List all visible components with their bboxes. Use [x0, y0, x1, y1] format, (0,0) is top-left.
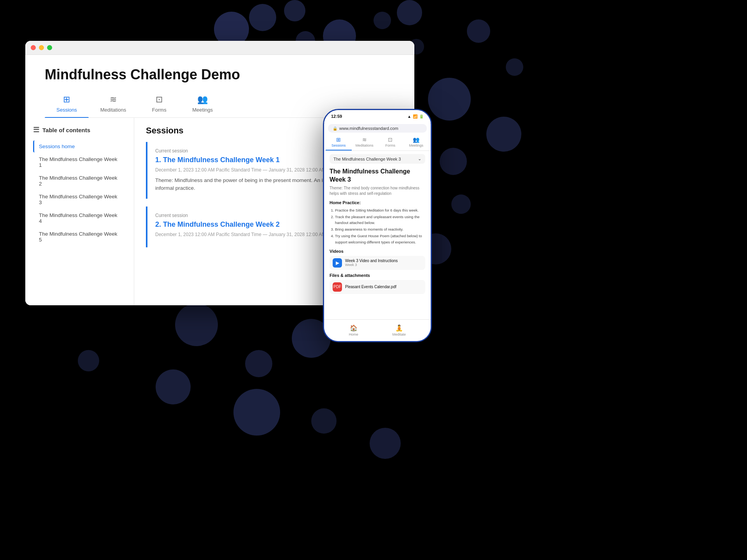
- meditate-icon: 🧘: [395, 324, 403, 332]
- sidebar-item-week2[interactable]: The Mindfulness Challenge Week 2: [33, 172, 126, 190]
- bg-circle: [374, 12, 391, 29]
- signal-icon: 📶: [413, 114, 417, 119]
- toc-label: Table of contents: [42, 127, 90, 133]
- practice-item-2: Track the pleasant and unpleasant events…: [335, 214, 425, 226]
- bg-circle: [245, 350, 272, 377]
- video-icon: ▶: [333, 258, 342, 268]
- phone-nav-tabs: ⊞ Sessions ≋ Meditations ⊡ Forms 👥 Meeti…: [324, 134, 431, 151]
- phone-bottom-home[interactable]: 🏠 Home: [349, 324, 358, 336]
- phone-tab-forms-label: Forms: [386, 144, 396, 147]
- tab-meditations-label: Meditations: [100, 107, 126, 113]
- tab-sessions-label: Sessions: [56, 107, 77, 113]
- bg-circle: [370, 428, 401, 459]
- sessions-icon: ⊞: [63, 94, 70, 105]
- phone-url-bar[interactable]: 🔒 www.mindfulnessstandard.com: [328, 124, 427, 133]
- home-icon: 🏠: [350, 324, 358, 332]
- phone-bottom-meditate[interactable]: 🧘 Meditate: [393, 324, 406, 336]
- tab-forms-label: Forms: [152, 107, 167, 113]
- video-info: Week 3 Video and Instructions Week 3: [345, 259, 422, 267]
- phone-meditations-icon: ≋: [362, 136, 367, 143]
- phone-session-select-label: The Mindfulness Challenge Week 3: [333, 157, 401, 161]
- phone-session-theme: Theme: The mind body connection how mind…: [330, 186, 425, 196]
- bg-circle: [78, 350, 99, 371]
- video-name: Week 3 Video and Instructions: [345, 259, 422, 263]
- phone-tab-meetings[interactable]: 👥 Meetings: [403, 134, 430, 150]
- chevron-down-icon: ⌄: [418, 156, 421, 161]
- phone-tab-meditations-label: Meditations: [356, 144, 374, 147]
- phone-tab-sessions[interactable]: ⊞ Sessions: [326, 134, 352, 150]
- phone-tab-meetings-label: Meetings: [409, 144, 423, 147]
- videos-title: Videos: [330, 249, 425, 254]
- app-header: Mindfulness Challenge Demo ⊞ Sessions ≋ …: [25, 55, 414, 118]
- bg-circle: [175, 303, 218, 346]
- phone-tab-meditations[interactable]: ≋ Meditations: [352, 134, 378, 150]
- meditations-icon: ≋: [110, 94, 117, 105]
- practice-item-3: Bring awareness to moments of reactivity…: [335, 226, 425, 232]
- browser-titlebar: [25, 41, 414, 55]
- pdf-icon: PDF: [333, 282, 342, 292]
- bg-circle: [249, 4, 276, 31]
- sidebar-item-week1[interactable]: The Mindfulness Challenge Week 1: [33, 153, 126, 171]
- bg-circle: [506, 58, 523, 76]
- bg-circle: [486, 117, 521, 152]
- bg-circle: [440, 148, 467, 175]
- bg-circle: [311, 408, 337, 434]
- tab-forms[interactable]: ⊡ Forms: [138, 91, 181, 117]
- phone-meetings-icon: 👥: [413, 136, 419, 143]
- maximize-button[interactable]: [47, 45, 52, 50]
- phone-tab-forms[interactable]: ⊡ Forms: [377, 134, 403, 150]
- app-title: Mindfulness Challenge Demo: [45, 66, 395, 83]
- mobile-phone: 12:59 ▲ 📶 🔋 🔒 www.mindfulnessstandard.co…: [323, 109, 432, 342]
- phone-url: www.mindfulnessstandard.com: [339, 126, 398, 131]
- sidebar-item-home[interactable]: Sessions home: [33, 140, 126, 152]
- phone-session-select[interactable]: The Mindfulness Challenge Week 3 ⌄: [330, 154, 425, 164]
- files-title: Files & attachments: [330, 273, 425, 278]
- forms-icon: ⊡: [156, 94, 163, 105]
- phone-session-title: The Mindfulness Challenge Week 3: [330, 168, 425, 184]
- close-button[interactable]: [31, 45, 36, 50]
- phone-body: The Mindfulness Challenge Week 3 ⌄ The M…: [324, 151, 431, 327]
- bg-circle: [451, 194, 471, 214]
- home-practice-title: Home Practice:: [330, 200, 425, 205]
- practice-list: Practice the Sitting Meditation for 6 da…: [330, 207, 425, 245]
- bg-circle: [156, 369, 191, 404]
- wifi-icon: ▲: [407, 114, 411, 119]
- tab-meetings-label: Meetings: [192, 107, 213, 113]
- phone-status-bar: 12:59 ▲ 📶 🔋: [324, 110, 431, 122]
- tab-meetings[interactable]: 👥 Meetings: [181, 91, 224, 117]
- phone-tab-sessions-label: Sessions: [331, 144, 346, 147]
- phone-bottom-meditate-label: Meditate: [393, 332, 406, 336]
- meetings-icon: 👥: [197, 94, 208, 105]
- bg-circle: [467, 19, 490, 43]
- lock-icon: 🔒: [333, 126, 337, 131]
- sidebar-item-week4[interactable]: The Mindfulness Challenge Week 4: [33, 209, 126, 227]
- battery-icon: 🔋: [419, 114, 424, 119]
- phone-forms-icon: ⊡: [388, 136, 393, 143]
- tab-sessions[interactable]: ⊞ Sessions: [45, 91, 89, 117]
- practice-item-1: Practice the Sitting Meditation for 6 da…: [335, 207, 425, 213]
- bg-circle: [284, 0, 305, 21]
- bg-circle: [428, 78, 471, 121]
- phone-status-icons: ▲ 📶 🔋: [407, 114, 424, 119]
- sidebar-item-week5[interactable]: The Mindfulness Challenge Week 5: [33, 228, 126, 246]
- phone-bottom-home-label: Home: [349, 332, 358, 336]
- video-item[interactable]: ▶ Week 3 Video and Instructions Week 3: [330, 256, 425, 270]
- phone-sessions-icon: ⊞: [336, 136, 341, 143]
- sidebar-item-week3[interactable]: The Mindfulness Challenge Week 3: [33, 191, 126, 208]
- sidebar: ☰ Table of contents Sessions home The Mi…: [25, 118, 134, 305]
- minimize-button[interactable]: [39, 45, 44, 50]
- bg-circle: [397, 0, 422, 25]
- tab-meditations[interactable]: ≋ Meditations: [89, 91, 138, 117]
- toc-header: ☰ Table of contents: [33, 126, 126, 134]
- phone-time: 12:59: [331, 114, 342, 119]
- bg-circle: [233, 389, 280, 436]
- file-name: Pleasant Events Calendar.pdf: [345, 285, 396, 289]
- practice-item-4: Try using the Guest House Poem (attached…: [335, 233, 425, 245]
- phone-bottom-nav: 🏠 Home 🧘 Meditate: [324, 319, 431, 341]
- video-badge: Week 3: [345, 263, 422, 267]
- toc-icon: ☰: [33, 126, 39, 134]
- file-item[interactable]: PDF Pleasant Events Calendar.pdf: [330, 280, 425, 294]
